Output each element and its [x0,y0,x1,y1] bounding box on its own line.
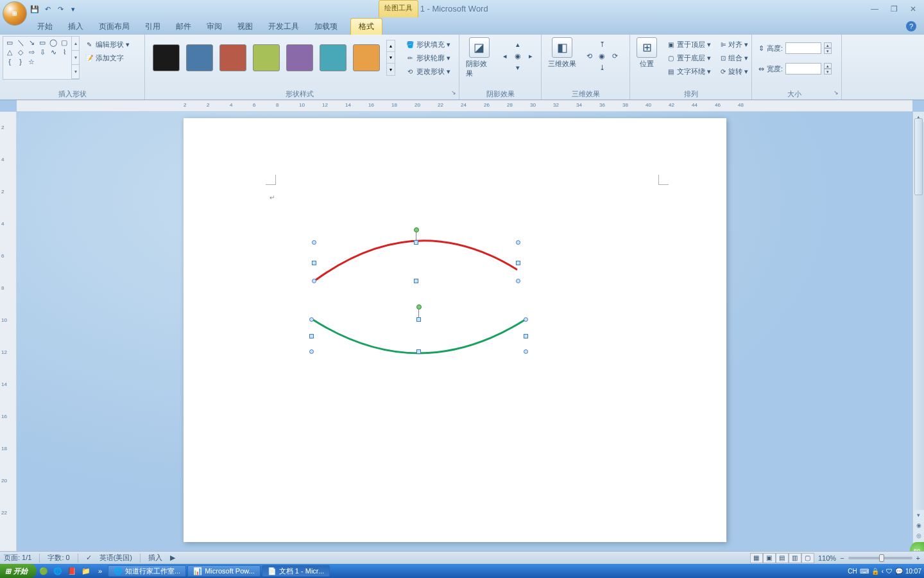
shape-outline-button[interactable]: ✏形状轮廓 ▾ [403,52,453,64]
status-macro-icon[interactable]: ▶ [170,554,175,562]
handle-tl[interactable] [312,240,316,245]
handle2-mr[interactable] [524,334,528,338]
shadow-up-icon[interactable]: ▴ [511,39,524,50]
shape-darrow-icon[interactable]: ⇩ [37,48,47,57]
handle2-ml[interactable] [309,334,314,338]
tab-layout[interactable]: 页面布局 [91,19,137,35]
ql-icon-1[interactable]: 🟢 [37,565,50,577]
shadow-down-icon[interactable]: ▾ [511,62,524,73]
style-swatch-0[interactable] [153,44,180,71]
zoom-out-icon[interactable]: − [840,554,844,562]
height-input[interactable] [785,42,821,54]
shape-arrow-icon[interactable]: ↘ [26,38,37,47]
style-swatch-6[interactable] [353,44,380,71]
undo-icon[interactable]: ↶ [42,4,53,14]
view-draft-icon[interactable]: ▢ [801,553,814,563]
tilt-up-icon[interactable]: ⤒ [595,39,608,50]
tilt-right-icon[interactable]: ⟳ [608,50,621,62]
shape-line-icon[interactable]: ＼ [15,38,26,47]
shape-textbox-icon[interactable]: ▭ [4,38,15,47]
tab-mailings[interactable]: 邮件 [168,19,199,35]
shapes-gallery[interactable]: ▭ ＼ ↘ ▭ ◯ ▢ △ ◇ ⇨ ⇩ ∿ ⌇ { } ☆ ▴ ▾ ▾ [3,36,80,80]
handle-bc[interactable] [414,279,418,283]
taskbar-task-2[interactable]: 📄文档 1 - Micr... [262,565,330,577]
status-proof-icon[interactable]: ✓ [86,554,92,562]
tray-icon-1[interactable]: ⌨ [860,568,869,575]
shape-curve-icon[interactable]: ∿ [48,48,58,57]
align-button[interactable]: ⊫对齐 ▾ [717,39,751,51]
shape-oval-icon[interactable]: ◯ [48,38,58,47]
ql-expand-icon[interactable]: » [94,565,107,577]
handle-br[interactable] [516,279,520,283]
shape-rarrow-icon[interactable]: ⇨ [26,48,37,57]
status-page[interactable]: 页面: 1/1 [4,553,31,563]
ql-icon-4[interactable]: 📁 [80,565,92,577]
zoom-in-icon[interactable]: + [916,554,920,562]
taskbar-task-0[interactable]: 🌐知道行家工作室... [108,565,186,577]
tilt-center-icon[interactable]: ◉ [595,50,608,62]
ime-indicator[interactable]: CH [848,568,857,575]
shape-rect-icon[interactable]: ▭ [37,38,47,47]
shape-brace-icon[interactable]: { [4,57,15,66]
style-gallery-more-icon[interactable]: ▾ [387,64,395,75]
handle2-tc[interactable] [416,317,421,322]
restore-button[interactable]: ❐ [887,4,901,14]
tab-references[interactable]: 引用 [137,19,168,35]
width-down-icon[interactable]: ▾ [824,69,832,74]
scroll-down-icon[interactable]: ▾ [913,510,924,520]
browse-object-icon[interactable]: ◎ [913,530,924,541]
style-swatch-4[interactable] [286,44,313,71]
style-swatch-5[interactable] [320,44,346,71]
qat-customize-icon[interactable]: ▾ [68,4,78,14]
height-down-icon[interactable]: ▾ [824,48,832,54]
tab-insert[interactable]: 插入 [60,19,91,35]
vertical-scrollbar[interactable]: ▴ ▾ ◉ ◎ ▾ [912,112,924,551]
clock[interactable]: 10:07 [905,568,921,575]
handle-mr[interactable] [516,261,520,265]
tray-icon-3[interactable]: 🛡 [886,568,893,575]
width-up-icon[interactable]: ▴ [824,63,832,69]
minimize-button[interactable]: — [868,4,882,14]
zoom-slider[interactable] [848,557,912,559]
group-button[interactable]: ⊡组合 ▾ [717,52,751,64]
size-dialog-icon[interactable]: ↘ [834,89,839,96]
page[interactable]: ↵ [184,118,726,542]
shape-diamond-icon[interactable]: ◇ [15,48,26,57]
height-up-icon[interactable]: ▴ [824,42,832,48]
handle-tc[interactable] [414,240,418,245]
shape-roundrect-icon[interactable]: ▢ [59,38,69,47]
handle-ml[interactable] [312,261,316,265]
style-gallery-down-icon[interactable]: ▾ [387,52,395,64]
add-text-button[interactable]: 📝添加文字 [82,52,132,64]
tab-addins[interactable]: 加载项 [307,19,345,35]
status-lang[interactable]: 英语(美国) [99,553,132,563]
shape-brace2-icon[interactable]: } [15,57,26,66]
shadow-effects-button[interactable]: ◪ 阴影效果 [462,36,496,80]
tilt-down-icon[interactable]: ⤓ [595,62,608,73]
position-button[interactable]: ⊞ 位置 [633,36,661,70]
bring-front-button[interactable]: ▣置于顶层 ▾ [663,39,714,51]
tab-home[interactable]: 开始 [30,19,60,35]
shadow-left-icon[interactable]: ◂ [499,50,511,62]
handle2-bc[interactable] [416,349,421,354]
ql-icon-2[interactable]: 🌐 [51,565,64,577]
tab-review[interactable]: 审阅 [199,19,230,35]
status-words[interactable]: 字数: 0 [47,553,69,563]
rotate-handle[interactable] [414,227,419,232]
canvas[interactable]: ↵ [17,112,924,551]
vertical-ruler[interactable]: 24246810121416182022 [0,112,17,551]
handle-bl[interactable] [312,279,316,283]
tray-expand-icon[interactable]: ‹ [882,568,884,575]
gallery-down-icon[interactable]: ▾ [72,51,79,65]
handle-tr[interactable] [516,240,520,245]
gallery-up-icon[interactable]: ▴ [72,37,79,51]
3d-effects-button[interactable]: ◧ 三维效果 [544,36,580,70]
shape-styles-dialog-icon[interactable]: ↘ [451,89,456,96]
status-mode[interactable]: 插入 [148,553,162,563]
handle2-tl[interactable] [309,317,314,322]
horizontal-ruler[interactable]: 2246810121416182022242628303234363840424… [17,100,912,112]
save-icon[interactable]: 💾 [30,4,40,14]
tab-developer[interactable]: 开发工具 [261,19,307,35]
view-print-icon[interactable]: ▦ [750,553,763,563]
ql-icon-3[interactable]: 📕 [65,565,78,577]
